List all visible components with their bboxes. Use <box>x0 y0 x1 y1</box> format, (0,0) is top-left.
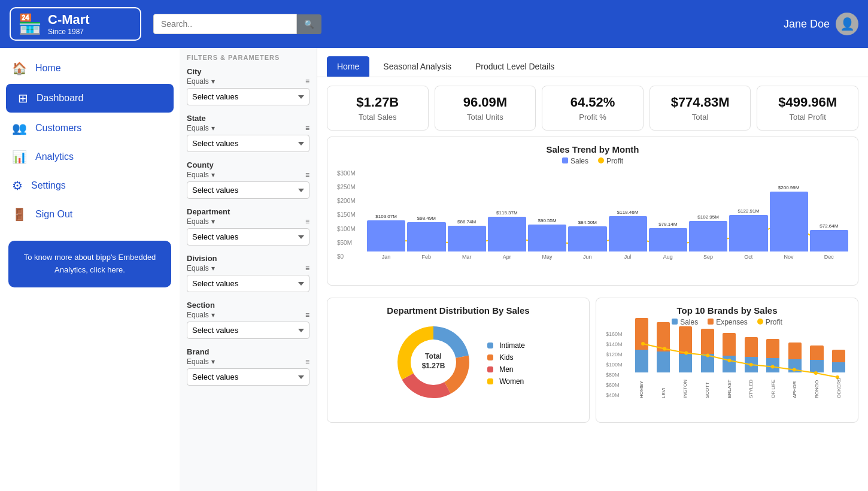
bar-x-Nov: Nov <box>784 254 794 260</box>
tab-home[interactable]: Home <box>327 56 369 77</box>
metric-label-total-profit: Total Profit <box>767 113 848 122</box>
sidebar-item-dashboard[interactable]: ⊞Dashboard <box>6 84 174 113</box>
filter-options-icon[interactable]: ≡ <box>305 217 309 226</box>
bar-rect-Oct[interactable] <box>729 215 767 251</box>
filter-options-icon[interactable]: ≡ <box>305 311 309 319</box>
filter-select-division[interactable]: Select values <box>187 275 309 292</box>
tab-product[interactable]: Product Level Details <box>465 56 564 77</box>
equals-text: Equals <box>187 217 209 226</box>
user-info: Jane Doe 👤 <box>784 13 858 35</box>
sidebar-item-analytics[interactable]: 📊Analytics <box>0 143 180 171</box>
filter-options-icon[interactable]: ≡ <box>305 171 309 179</box>
pie-legend-men: Men <box>487 365 525 374</box>
bar-rect-Mar[interactable] <box>448 226 486 251</box>
filter-department: Department Equals ▾ ≡ Select values <box>187 207 309 246</box>
pie-label-women: Women <box>499 377 524 386</box>
search-input[interactable] <box>153 14 297 34</box>
bar-x-Sep: Sep <box>703 254 713 260</box>
pie-center-label: Total <box>425 352 442 360</box>
bar-col-Apr: $115.37M Apr <box>488 210 526 260</box>
sidebar-item-home[interactable]: 🏠Home <box>0 54 180 83</box>
search-button[interactable]: 🔍 <box>297 14 321 34</box>
filter-county: County Equals ▾ ≡ Select values <box>187 160 309 199</box>
tab-seasonal[interactable]: Seasonal Analysis <box>373 56 462 77</box>
metric-value-total-profit: $499.96M <box>767 95 848 110</box>
bar-rect-Jun[interactable] <box>568 226 606 251</box>
chevron-down-icon: ▾ <box>211 124 215 132</box>
brand-col-INGTON: INGTON <box>676 326 695 398</box>
brand-label-STYLED: STYLED <box>748 374 754 398</box>
signout-icon: 🚪 <box>12 207 27 222</box>
brand-y-label: $160M <box>606 331 623 337</box>
bar-rect-Apr[interactable] <box>488 217 526 251</box>
brand-chart-wrap: $160M$140M$120M$100M$80M$60M$40M HOMEY L… <box>606 331 848 415</box>
metric-value-profit-pct: 64.52% <box>552 95 633 110</box>
pie-legend-intimate: Intimate <box>487 341 525 350</box>
brand-sales-INGTON <box>679 354 692 373</box>
filter-options-icon[interactable]: ≡ <box>305 264 309 272</box>
filter-label: Department <box>187 207 309 216</box>
sidebar-item-settings[interactable]: ⚙Settings <box>0 171 180 200</box>
brand-col-STYLED: STYLED <box>742 337 761 398</box>
top-brands-card: Top 10 Brands by Sales Sales Expenses Pr… <box>596 298 858 423</box>
bar-x-Oct: Oct <box>744 254 752 260</box>
filter-select-department[interactable]: Select values <box>187 228 309 246</box>
filter-options-icon[interactable]: ≡ <box>305 77 309 86</box>
brand-logo[interactable]: 🏪 C-Mart Since 1987 <box>10 7 141 41</box>
brand-sales-SCOTT <box>701 354 714 373</box>
sidebar-item-signout[interactable]: 🚪Sign Out <box>0 200 180 229</box>
search-bar: 🔍 <box>153 14 333 34</box>
metrics-row: $1.27BTotal Sales96.09MTotal Units64.52%… <box>317 77 868 137</box>
settings-icon: ⚙ <box>12 178 23 193</box>
bar-val-Nov: $200.99M <box>778 185 800 190</box>
filter-options-icon[interactable]: ≡ <box>305 124 309 132</box>
bar-rect-Jul[interactable] <box>609 216 647 251</box>
brand-bar-stacked <box>785 343 805 372</box>
pie-legend-kids: Kids <box>487 353 525 362</box>
bar-rect-Sep[interactable] <box>689 221 727 251</box>
filters-title: FILTERS & PARAMETERS <box>187 54 309 61</box>
brand-exp-STYLED <box>745 337 758 357</box>
filter-select-county[interactable]: Select values <box>187 181 309 199</box>
brand-bar-stacked <box>654 322 673 372</box>
bar-val-Feb: $98.49M <box>417 216 436 221</box>
bar-rect-Aug[interactable] <box>649 228 687 251</box>
bar-rect-May[interactable] <box>528 225 566 251</box>
bar-val-Apr: $115.37M <box>496 210 518 216</box>
bar-rect-Jan[interactable] <box>367 220 405 251</box>
filter-options-icon[interactable]: ≡ <box>305 357 309 366</box>
pie-svg: Total$1.27B <box>391 320 475 404</box>
tabs-bar: HomeSeasonal AnalysisProduct Level Detai… <box>317 48 868 77</box>
brand-sales-HOMEY <box>635 350 648 373</box>
bar-rect-Nov[interactable] <box>770 192 808 251</box>
pie-center-value: $1.27B <box>422 362 445 370</box>
bar-val-Aug: $78.14M <box>658 222 677 227</box>
brand-sales-LEVI <box>657 351 670 372</box>
brand-y-label: $60M <box>606 382 623 388</box>
bar-rect-Dec[interactable] <box>810 230 848 251</box>
filter-select-city[interactable]: Select values <box>187 88 309 105</box>
brand-bar-stacked <box>676 326 695 372</box>
filter-select-state[interactable]: Select values <box>187 135 309 152</box>
filter-select-brand[interactable]: Select values <box>187 368 309 386</box>
bar-col-Dec: $72.64M Dec <box>810 223 848 260</box>
filter-select-section[interactable]: Select values <box>187 322 309 339</box>
bar-col-Sep: $102.95M Sep <box>689 214 727 260</box>
brand-label-RONGO: RONGO <box>814 374 820 398</box>
sidebar-item-customers[interactable]: 👥Customers <box>0 114 180 143</box>
brand-label-HOMEY: HOMEY <box>639 374 644 398</box>
metric-total: $774.83MTotal <box>650 86 751 131</box>
equals-text: Equals <box>187 264 209 272</box>
bar-val-Jun: $84.50M <box>578 220 597 225</box>
filters-panel: FILTERS & PARAMETERS City Equals ▾ ≡ Sel… <box>180 48 317 491</box>
brand-col-OR LIFE: OR LIFE <box>764 339 783 398</box>
brand-label-INGTON: INGTON <box>682 374 688 398</box>
brand-y-label: $100M <box>606 362 623 368</box>
filter-equals: Equals ▾ ≡ <box>187 311 309 319</box>
filter-label: City <box>187 67 309 76</box>
bar-col-May: $90.55M May <box>528 218 566 260</box>
brand-sales-RONGO <box>810 360 823 372</box>
bar-rect-Feb[interactable] <box>407 222 445 251</box>
brand-sales-OR LIFE <box>766 358 779 373</box>
sidebar-promo[interactable]: To know more about bipp's Embedded Analy… <box>8 241 171 287</box>
